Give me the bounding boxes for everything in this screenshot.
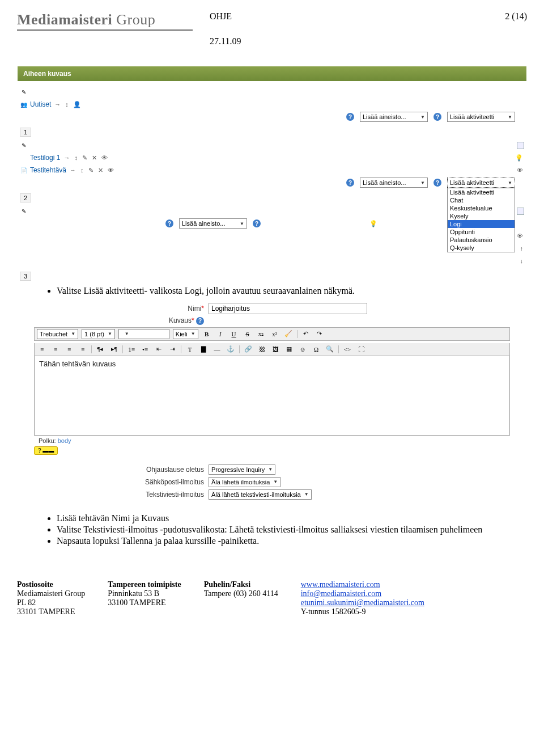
align-right-button[interactable]: ≡ [64, 344, 74, 354]
dd-item[interactable]: Q-kysely [448, 244, 515, 252]
align-left-button[interactable]: ≡ [37, 344, 47, 354]
editor-textarea[interactable]: Tähän tehtävän kuvaus [34, 356, 510, 436]
bgcolor-button[interactable]: ▇ [198, 344, 209, 354]
emoji-button[interactable]: ☺ [298, 344, 308, 354]
edit-icon[interactable]: ✎ [81, 154, 88, 162]
font-select[interactable]: Trebuchet▼ [37, 329, 78, 339]
underline-button[interactable]: U [229, 329, 239, 339]
align-center-button[interactable]: ≡ [50, 344, 61, 354]
email-select[interactable]: Älä lähetä ilmoituksia▼ [209, 477, 280, 487]
eye-icon[interactable]: 👁 [516, 167, 524, 174]
align-justify-button[interactable]: ≡ [78, 344, 88, 354]
edit-icon[interactable]: ✎ [20, 88, 28, 96]
strike-button[interactable]: S [243, 329, 253, 339]
move-right-icon[interactable]: → [62, 154, 71, 161]
dd-item[interactable]: Lisää aktiviteetti [448, 188, 515, 196]
testilogi-link[interactable]: Testilogi 1 [30, 154, 60, 162]
groups-icon[interactable]: 👤 [72, 101, 82, 108]
dd-item-selected[interactable]: Logi [448, 220, 515, 228]
collapse-icon[interactable] [517, 142, 524, 149]
delete-icon[interactable]: ✕ [97, 167, 104, 174]
instruction-1: Valitse Lisää aktiviteetti- valikosta Lo… [57, 286, 527, 296]
lightbulb-icon[interactable]: 💡 [514, 154, 524, 162]
hr-button[interactable]: — [212, 344, 222, 354]
drag-icon[interactable]: ↕ [64, 101, 70, 108]
help-icon[interactable]: ? [434, 113, 441, 121]
form-screenshot: Nimi* Logiharjoitus Kuvaus* ? Trebuchet▼… [17, 303, 527, 500]
unlink-button[interactable]: ⛓ [257, 344, 267, 354]
eye-icon[interactable]: 👁 [516, 233, 524, 239]
help-button[interactable]: ? ▬▬ [34, 446, 58, 455]
add-resource-select[interactable]: Lisää aineisto...▼ [360, 112, 428, 122]
dd-item[interactable]: Palautuskansio [448, 236, 515, 244]
char-button[interactable]: Ω [311, 344, 321, 354]
size-select[interactable]: 1 (8 pt)▼ [82, 329, 115, 339]
drag-icon[interactable]: ↕ [79, 167, 85, 174]
doc-title: OHJE [210, 11, 241, 22]
add-resource-select[interactable]: Lisää aineisto...▼ [360, 178, 428, 188]
ol-button[interactable]: 1≡ [126, 344, 137, 354]
help-icon[interactable]: ? [434, 179, 441, 187]
up-icon[interactable]: ↑ [519, 245, 525, 252]
delete-icon[interactable]: ✕ [91, 154, 98, 162]
drag-icon[interactable]: ↕ [73, 154, 79, 161]
help-icon[interactable]: ? [165, 219, 173, 227]
lightbulb-icon[interactable]: 💡 [368, 220, 379, 227]
help-icon[interactable]: ? [253, 219, 261, 227]
edit-icon[interactable]: ✎ [20, 141, 28, 149]
image-button[interactable]: 🖼 [270, 344, 280, 354]
help-icon[interactable]: ? [346, 113, 354, 121]
sub-button[interactable]: x₂ [256, 329, 266, 339]
hide-icon[interactable]: 👁 [107, 167, 115, 174]
link-button[interactable]: 🔗 [243, 344, 253, 354]
search-button[interactable]: 🔍 [325, 344, 335, 354]
footer-link[interactable]: info@mediamaisteri.com [301, 589, 424, 598]
outdent-button[interactable]: ⇤ [154, 344, 164, 354]
add-resource-select[interactable]: Lisää aineisto...▼ [179, 218, 247, 229]
news-link[interactable]: Uutiset [30, 100, 51, 108]
sup-button[interactable]: x² [270, 329, 280, 339]
add-activity-select-open[interactable]: Lisää aktiviteetti▼ [447, 178, 515, 188]
edit-icon[interactable]: ✎ [87, 167, 95, 174]
edit-icon[interactable]: ✎ [20, 207, 28, 215]
textcolor-button[interactable]: T [185, 344, 195, 354]
anchor-button[interactable]: ⚓ [226, 344, 236, 354]
dd-item[interactable]: Keskustelualue [448, 204, 515, 212]
collapse-icon[interactable] [517, 208, 524, 215]
sms-select[interactable]: Älä lähetä tekstiviesti-ilmoituksia▼ [209, 489, 312, 500]
footer-link[interactable]: www.mediamaisteri.com [301, 580, 424, 589]
footer-text: 33100 TAMPERE [108, 598, 181, 607]
footer-h3: Puhelin/Faksi [204, 580, 278, 589]
activity-dropdown[interactable]: Lisää aktiviteetti Chat Keskustelualue K… [447, 188, 515, 252]
dd-item[interactable]: Oppitunti [448, 228, 515, 236]
dd-item[interactable]: Chat [448, 196, 515, 204]
ul-button[interactable]: •≡ [140, 344, 150, 354]
name-input[interactable]: Logiharjoitus [209, 303, 367, 314]
ohjaus-select[interactable]: Progressive Inquiry▼ [209, 464, 275, 475]
down-icon[interactable]: ↓ [519, 257, 525, 264]
bold-button[interactable]: B [202, 329, 212, 339]
hide-icon[interactable]: 👁 [100, 154, 109, 161]
testitehtava-link[interactable]: Testitehtävä [30, 166, 66, 174]
help-icon[interactable]: ? [346, 179, 354, 187]
lang-select[interactable]: Kieli▼ [173, 329, 198, 339]
html-button[interactable]: <> [342, 344, 352, 354]
move-right-icon[interactable]: → [69, 167, 77, 174]
indent-button[interactable]: ⇥ [167, 344, 177, 354]
add-activity-select[interactable]: Lisää aktiviteetti▼ [447, 112, 515, 122]
clean-button[interactable]: 🧹 [283, 329, 294, 339]
doc-header: Mediamaisteri Group OHJE 27.11.09 2 (14) [17, 11, 527, 47]
footer-link[interactable]: etunimi.sukunimi@mediamaisteri.com [301, 598, 424, 607]
table-button[interactable]: ▦ [284, 344, 294, 354]
dd-item[interactable]: Kysely [448, 212, 515, 220]
ltr-button[interactable]: ¶◂ [95, 344, 105, 354]
move-right-icon[interactable]: → [53, 101, 62, 108]
italic-button[interactable]: I [215, 329, 226, 339]
undo-button[interactable]: ↶ [301, 329, 311, 339]
footer-text: PL 82 [17, 598, 85, 607]
fullscreen-button[interactable]: ⛶ [356, 344, 366, 354]
help-icon[interactable]: ? [196, 317, 204, 325]
style-select[interactable]: ▼ [118, 329, 169, 339]
redo-button[interactable]: ↷ [314, 329, 325, 339]
rtl-button[interactable]: ▸¶ [109, 344, 119, 354]
